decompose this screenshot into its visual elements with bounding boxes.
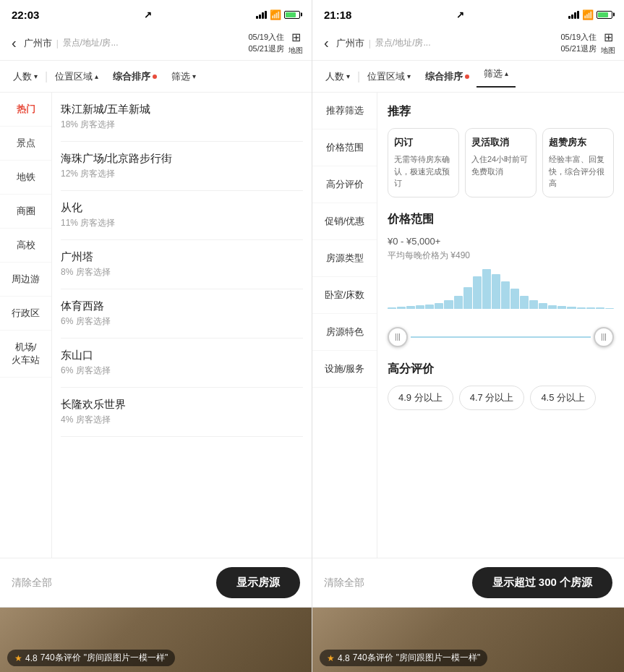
right-search-location[interactable]: 广州市 <box>336 37 364 50</box>
sidebar-item-district[interactable]: 行政区 <box>0 297 51 331</box>
filter-sidebar-type[interactable]: 房源类型 <box>312 240 377 277</box>
filter-sidebar-service[interactable]: 设施/服务 <box>312 351 377 388</box>
right-show-button[interactable]: 显示超过 300 个房源 <box>472 567 612 598</box>
sidebar-item-nearby[interactable]: 周边游 <box>0 263 51 297</box>
left-photo-desc: "房间跟图片一模一样" <box>84 652 168 664</box>
rec-card-flexible-desc: 入住24小时前可免费取消 <box>471 153 530 177</box>
list-item[interactable]: 长隆欢乐世界 4% 房客选择 <box>61 388 303 437</box>
left-filter-location[interactable]: 位置区域 ▴ <box>48 70 106 83</box>
list-item[interactable]: 从化 11% 房客选择 <box>61 191 303 240</box>
histogram-bar <box>406 306 415 309</box>
left-sort-dot <box>153 75 157 79</box>
list-item[interactable]: 海珠广场/北京路步行街 12% 房客选择 <box>61 142 303 191</box>
right-clear-button[interactable]: 清除全部 <box>324 577 364 590</box>
left-search-bar: ‹ 广州市 | 景点/地址/房... 05/19入住 05/21退房 ⊞ 地图 <box>0 26 312 61</box>
right-star-icon: ★ <box>327 653 335 663</box>
right-slider-handle[interactable]: ||| <box>594 327 614 347</box>
sidebar-item-metro[interactable]: 地铁 <box>0 161 51 195</box>
left-show-button[interactable]: 显示房源 <box>216 567 300 598</box>
left-clear-button[interactable]: 清除全部 <box>12 577 52 590</box>
recommend-title: 推荐 <box>388 104 614 119</box>
left-photo-strip: ★ 4.8 740条评价 "房间跟图片一模一样" <box>0 607 312 672</box>
right-photo-inner: ★ 4.8 740条评价 "房间跟图片一模一样" <box>312 608 624 672</box>
left-map-button[interactable]: ⊞ 地图 <box>289 30 303 56</box>
histogram-bar <box>397 307 406 309</box>
right-filter-people[interactable]: 人数 ▾ <box>318 70 357 83</box>
left-search-location[interactable]: 广州市 <box>24 37 52 50</box>
location-name: 珠江新城/五羊新城 <box>61 103 303 116</box>
right-date-range[interactable]: 05/19入住 05/21退房 <box>560 32 597 54</box>
filter-sidebar-recommend[interactable]: 推荐筛选 <box>312 93 377 129</box>
right-map-button[interactable]: ⊞ 地图 <box>601 30 615 56</box>
right-filter-sidebar: 推荐筛选 价格范围 高分评价 促销/优惠 房源类型 卧室/床数 房源特色 设施/… <box>312 93 377 558</box>
sidebar-item-mall[interactable]: 商圈 <box>0 195 51 229</box>
left-location-arrow: ↗ <box>144 9 152 20</box>
rec-card-superhost[interactable]: 超赞房东 经验丰富、回复快，综合评分很高 <box>542 128 614 197</box>
left-photo-inner: ★ 4.8 740条评价 "房间跟图片一模一样" <box>0 608 312 672</box>
histogram-bar <box>539 303 547 309</box>
left-search-divider: | <box>56 38 59 48</box>
rec-card-flexible[interactable]: 灵活取消 入住24小时前可免费取消 <box>465 128 537 197</box>
rating-card-4-5[interactable]: 4.5 分以上 <box>530 386 596 410</box>
left-filter-more[interactable]: 筛选 ▾ <box>164 70 203 83</box>
sidebar-item-scenic[interactable]: 景点 <box>0 127 51 161</box>
right-search-bar: ‹ 广州市 | 景点/地址/房... 05/19入住 05/21退房 ⊞ 地图 <box>312 26 624 61</box>
price-range-slider[interactable]: ||| ||| <box>388 327 614 347</box>
left-check-out: 05/21退房 <box>248 43 284 54</box>
location-pct: 6% 房客选择 <box>61 315 303 328</box>
filter-sidebar-promo[interactable]: 促销/优惠 <box>312 203 377 240</box>
list-item[interactable]: 东山口 6% 房客选择 <box>61 339 303 388</box>
histogram-bar <box>529 300 538 309</box>
filter-sidebar-bed[interactable]: 卧室/床数 <box>312 277 377 314</box>
right-back-button[interactable]: ‹ <box>321 33 332 53</box>
right-filter-sort[interactable]: 综合排序 <box>418 70 476 83</box>
histogram-bar <box>463 287 472 309</box>
location-pct: 4% 房客选择 <box>61 414 303 426</box>
histogram-bar <box>444 300 453 309</box>
histogram-bar <box>501 281 510 309</box>
right-location-chevron: ▾ <box>407 72 411 80</box>
right-photo-badge: ★ 4.8 740条评价 "房间跟图片一模一样" <box>320 650 487 666</box>
right-filter-location[interactable]: 位置区域 ▾ <box>360 70 418 83</box>
histogram-bar <box>596 307 604 309</box>
left-slider-handle[interactable]: ||| <box>388 327 408 347</box>
location-pct: 6% 房客选择 <box>61 365 303 377</box>
location-pct: 18% 房客选择 <box>61 119 303 131</box>
histogram-bar <box>492 274 500 309</box>
histogram-bar <box>577 307 586 309</box>
left-bottom-bar: 清除全部 显示房源 <box>0 558 312 607</box>
rec-card-flash-title: 闪订 <box>394 136 453 149</box>
list-item[interactable]: 广州塔 8% 房客选择 <box>61 240 303 289</box>
slider-track <box>411 336 591 338</box>
right-filter-more[interactable]: 筛选 ▴ <box>476 67 516 88</box>
rating-card-4-9[interactable]: 4.9 分以上 <box>388 386 453 410</box>
filter-sidebar-feature[interactable]: 房源特色 <box>312 314 377 351</box>
location-name: 海珠广场/北京路步行街 <box>61 152 303 166</box>
left-back-button[interactable]: ‹ <box>9 33 20 53</box>
list-item[interactable]: 珠江新城/五羊新城 18% 房客选择 <box>61 93 303 142</box>
sidebar-item-hot[interactable]: 热门 <box>0 93 51 127</box>
left-more-chevron: ▾ <box>192 72 196 80</box>
filter-sidebar-price[interactable]: 价格范围 <box>312 129 377 166</box>
right-search-input[interactable]: 景点/地址/房... <box>375 37 557 49</box>
filter-sidebar-rating[interactable]: 高分评价 <box>312 166 377 203</box>
rating-card-4-7[interactable]: 4.7 分以上 <box>459 386 525 410</box>
rec-card-flash[interactable]: 闪订 无需等待房东确认，极速完成预订 <box>388 128 459 197</box>
sidebar-item-university[interactable]: 高校 <box>0 229 51 263</box>
left-wifi-icon: 📶 <box>270 9 281 20</box>
list-item[interactable]: 体育西路 6% 房客选择 <box>61 289 303 339</box>
right-status-icons: 📶 <box>568 9 612 20</box>
left-check-in: 05/19入住 <box>248 32 284 43</box>
left-sidebar: 热门 景点 地铁 商圈 高校 周边游 行政区 机场/ 火车站 <box>0 93 52 558</box>
left-filter-sort[interactable]: 综合排序 <box>106 70 164 83</box>
price-range-label: ¥0 - ¥5,000+ <box>388 236 614 247</box>
location-pct: 8% 房客选择 <box>61 266 303 278</box>
left-battery-icon <box>284 11 300 19</box>
left-filter-people[interactable]: 人数 ▾ <box>6 70 45 83</box>
left-search-input[interactable]: 景点/地址/房... <box>63 37 244 49</box>
left-signal-icon <box>256 11 267 19</box>
sidebar-item-airport[interactable]: 机场/ 火车站 <box>0 331 51 378</box>
left-date-range[interactable]: 05/19入住 05/21退房 <box>248 32 284 54</box>
histogram-bar <box>520 296 529 309</box>
rec-card-superhost-title: 超赞房东 <box>549 136 607 149</box>
